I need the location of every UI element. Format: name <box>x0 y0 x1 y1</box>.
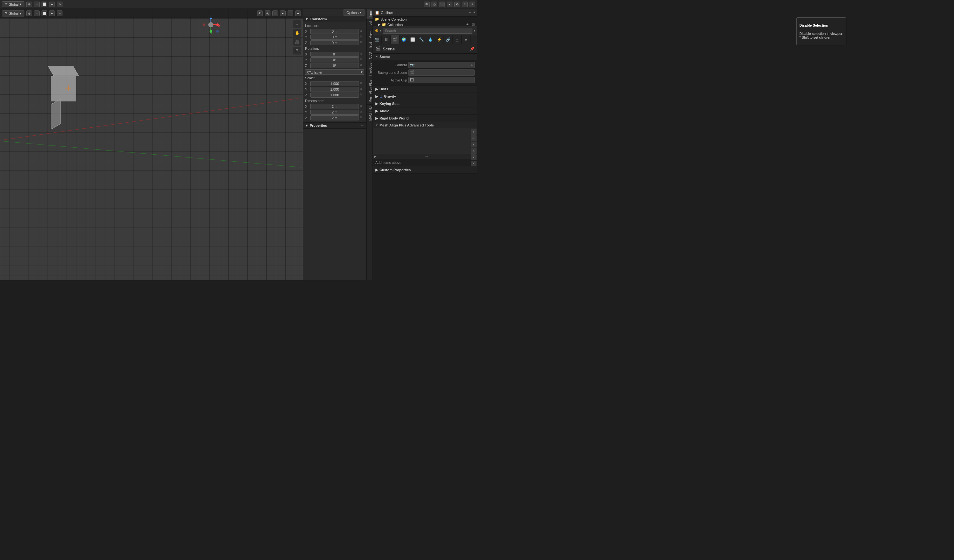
rot-y-copy-icon[interactable]: ⧉ <box>360 58 364 62</box>
gravity-header[interactable]: ☑ Gravity ⋯ <box>373 93 477 100</box>
rotation-x-input[interactable]: 0° <box>310 52 359 57</box>
keying-sets-header[interactable]: Keying Sets ⋯ <box>373 100 477 107</box>
rigid-body-world-header[interactable]: Rigid Body World ⋯ <box>373 115 477 122</box>
outliner-filter-icon[interactable]: ≡ <box>469 11 471 14</box>
mesh-edit-icon[interactable]: ✏ <box>471 135 477 141</box>
mesh-align-plus-header[interactable]: ▼ Mesh Align Plus Advanced Tools ⋯ <box>373 122 477 128</box>
vp-move-tool[interactable]: ↔ <box>293 20 301 28</box>
viewport[interactable]: ⟳ Global ▾ ⊗ ○ ⬜ ● ∿ 👁 ◎ ⬛ ● ○ ● Z <box>0 9 303 280</box>
units-header[interactable]: Units ⋯ <box>373 86 477 93</box>
mesh-drag-icon[interactable]: ≡ <box>471 148 477 154</box>
scale-x-input[interactable]: 1.000 <box>310 81 359 86</box>
gravity-check-icon[interactable]: ☑ <box>379 95 383 98</box>
mesh-up-icon[interactable]: ▲ <box>471 154 477 160</box>
rotation-y-input[interactable]: 0° <box>310 58 359 62</box>
vp-overlay-icon[interactable]: ◎ <box>265 11 270 16</box>
vp-grid-tool[interactable]: ⊞ <box>293 47 301 54</box>
camera-value[interactable]: 📷 ✏ <box>408 62 475 68</box>
props-tab-data[interactable]: △ <box>453 35 461 44</box>
scene-panel-chevron[interactable]: ▾ <box>474 29 475 32</box>
tab-mesh-align-plus[interactable]: Mesh Align Plus <box>366 78 373 104</box>
location-x-input[interactable]: 0 m <box>310 29 359 34</box>
props-tab-constraints[interactable]: 🔗 <box>444 35 453 44</box>
rotation-z-input[interactable]: 0° <box>310 63 359 68</box>
vp-dot-icon[interactable]: ● <box>49 11 55 16</box>
props-tab-output[interactable]: 🖥 <box>382 35 391 44</box>
dim-x-copy-icon[interactable]: ⧉ <box>360 104 364 109</box>
properties-header[interactable]: ▼ Properties ⋯ <box>303 123 366 128</box>
dim-z-input[interactable]: 2 m <box>310 115 359 120</box>
options-button[interactable]: Options ▾ <box>343 9 365 16</box>
vp-solid-icon[interactable]: ● <box>280 11 286 16</box>
props-tab-particles[interactable]: 💧 <box>426 35 435 44</box>
transform-header[interactable]: ▼ Transform ⋯ <box>303 16 366 22</box>
scale-z-input[interactable]: 1.000 <box>310 93 359 98</box>
scene-panel-icon[interactable]: ⚙ <box>375 28 379 33</box>
dot-icon[interactable]: ● <box>49 2 55 7</box>
dim-y-copy-icon[interactable]: ⧉ <box>360 110 364 114</box>
collection-camera-icon[interactable]: 🎥 <box>471 23 475 26</box>
props-tab-material[interactable]: ● <box>461 35 471 44</box>
scene-panel-search[interactable] <box>383 28 472 34</box>
mesh-align-play-icon[interactable]: ▶ <box>374 155 377 158</box>
vp-material-icon[interactable]: ○ <box>288 11 293 16</box>
scale-y-input[interactable]: 1.000 <box>310 87 359 92</box>
rot-z-copy-icon[interactable]: ⧉ <box>360 64 364 68</box>
camera-edit-icon[interactable]: ✏ <box>471 64 473 67</box>
tab-item[interactable]: Item <box>366 9 373 19</box>
vp-render-icon[interactable]: ● <box>295 11 301 16</box>
scene-panel-dropdown[interactable]: ▾ <box>380 29 381 32</box>
props-tab-object[interactable]: ⬜ <box>408 35 417 44</box>
vp-hand-tool[interactable]: ✋ <box>293 29 301 37</box>
outliner-scene-collection[interactable]: 📁 Scene Collection <box>373 17 477 22</box>
tab-edit[interactable]: Edit <box>366 40 373 50</box>
props-tab-scene[interactable]: 🎬 <box>391 35 399 44</box>
props-tab-world[interactable]: 🌍 <box>399 35 408 44</box>
scale-z-copy-icon[interactable]: ⧉ <box>360 93 364 97</box>
outliner-add-icon[interactable]: + <box>473 11 475 14</box>
viewport-mode-btn[interactable]: ⟳ Global ▾ <box>2 11 24 17</box>
mesh-add-icon[interactable]: ● <box>471 129 477 135</box>
active-clip-value[interactable]: 🎞 <box>408 77 475 83</box>
pin-icon[interactable]: 📌 <box>470 47 475 51</box>
vp-view-icon[interactable]: 👁 <box>257 11 263 16</box>
shape-icon[interactable]: ○ <box>34 2 40 7</box>
shading-icon[interactable]: ⬛ <box>439 2 445 7</box>
dim-x-input[interactable]: 2 m <box>310 104 359 109</box>
render-icon[interactable]: ● <box>447 2 452 7</box>
scale-y-copy-icon[interactable]: ⧉ <box>360 87 364 92</box>
mesh-down-icon[interactable]: ▼ <box>471 142 477 147</box>
view-icon[interactable]: 👁 <box>424 2 430 7</box>
viewport-gizmo[interactable]: Z X Y <box>201 15 220 34</box>
tab-view[interactable]: View <box>366 29 373 40</box>
vp-shading-icon[interactable]: ⬛ <box>272 11 278 16</box>
mode-select[interactable]: ⟳ Global ▾ <box>2 1 24 7</box>
vp-camera-tool[interactable]: 🎥 <box>293 38 301 46</box>
loc-z-copy-icon[interactable]: ⧉ <box>360 40 364 45</box>
settings-icon[interactable]: ⚙ <box>454 2 460 7</box>
audio-header[interactable]: Audio ⋯ <box>373 107 477 114</box>
mesh-remove-icon[interactable]: ✕ <box>471 161 477 166</box>
props-tab-modifier[interactable]: 🔧 <box>417 35 426 44</box>
square-icon[interactable]: ⬜ <box>42 2 47 7</box>
custom-properties-header[interactable]: Custom Properties <box>373 166 477 173</box>
link-icon[interactable]: ⊗ <box>26 2 32 7</box>
dim-z-copy-icon[interactable]: ⧉ <box>360 116 364 120</box>
loc-y-copy-icon[interactable]: ⧉ <box>360 35 364 39</box>
props-tab-physics[interactable]: ⚡ <box>435 35 444 44</box>
loc-x-copy-icon[interactable]: ⧉ <box>360 29 364 34</box>
scale-x-copy-icon[interactable]: ⧉ <box>360 81 364 86</box>
overlay-icon[interactable]: ◎ <box>432 2 437 7</box>
rot-x-copy-icon[interactable]: ⧉ <box>360 52 364 56</box>
add-icon[interactable]: + <box>469 2 475 7</box>
background-scene-value[interactable]: 🎬 <box>408 69 475 76</box>
magnet-icon[interactable]: ○ <box>34 11 40 16</box>
filter-icon[interactable]: ≡ <box>462 2 468 7</box>
props-tab-render[interactable]: 📷 <box>373 35 382 44</box>
cube-object[interactable] <box>51 66 92 104</box>
vp-square-icon[interactable]: ⬜ <box>42 11 47 16</box>
wave-icon[interactable]: ∿ <box>57 2 62 7</box>
dim-y-input[interactable]: 2 m <box>310 110 359 115</box>
outliner-collection[interactable]: ▶ 📁 Collection 👁 🎥 <box>373 22 477 26</box>
location-z-input[interactable]: 0 m <box>310 40 359 45</box>
